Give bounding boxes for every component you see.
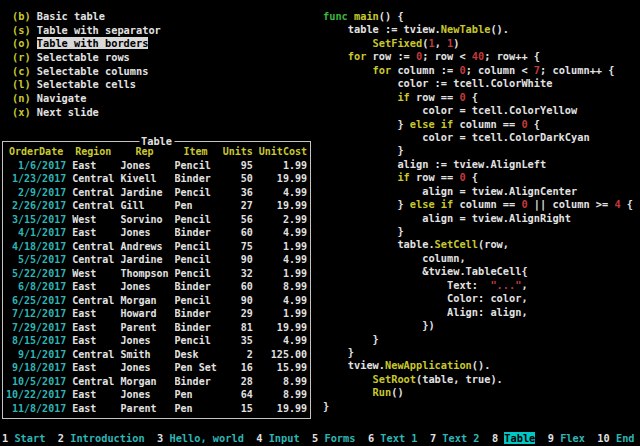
table-cell: Pen Set [175, 361, 217, 375]
statusbar-slide-label: Input [269, 432, 300, 444]
table-cell: Central [72, 240, 114, 254]
menu-item-basic-table[interactable]: (b) Basic table [12, 10, 161, 24]
menu-item-label: Navigate [37, 92, 87, 104]
menu-item-next-slide[interactable]: (x) Next slide [12, 106, 161, 120]
menu-item-key: (c) [12, 65, 31, 77]
table-cell: Pencil [175, 334, 217, 348]
table-cell: East [72, 334, 114, 348]
code-token: { [528, 118, 540, 130]
table-cell: 60 [223, 226, 253, 240]
statusbar-slide-input[interactable]: 4 Input [256, 432, 299, 444]
table-cell: Morgan [120, 294, 168, 308]
table-cell: 4.99 [259, 334, 307, 348]
menu-item-selectable-columns[interactable]: (c) Selectable columns [12, 65, 161, 79]
code-token: color = tcell.ColorYellow [422, 104, 577, 116]
table-cell: Pen [175, 402, 217, 416]
code-token: (row, [478, 238, 509, 250]
table-row: 4/1/2017EastJonesBinder604.99 [3, 226, 310, 240]
code-line: Color: color, [323, 292, 633, 305]
code-line: table.SetCell(row, [323, 238, 633, 251]
code-line: color = tcell.ColorDarkCyan [323, 131, 633, 144]
code-token: align = tview.AlignCenter [422, 185, 577, 197]
code-line: color := tcell.ColorWhite [323, 77, 633, 90]
table-cell: 6/25/2017 [6, 294, 66, 308]
table-row: 5/22/2017WestThompsonPencil321.99 [3, 267, 310, 281]
statusbar-slide-text-1[interactable]: 6 Text 1 [368, 432, 418, 444]
code-token: (table, true). [416, 373, 503, 385]
statusbar-slide-start[interactable]: 1 Start [2, 432, 45, 444]
code-token: () [391, 386, 403, 398]
table-row: 2/9/2017CentralJardinePencil364.99 [3, 186, 310, 200]
menu-item-navigate[interactable]: (n) Navigate [12, 92, 161, 106]
table-row: 10/5/2017CentralMorganBinder288.99 [3, 375, 310, 389]
table-cell: 29 [223, 307, 253, 321]
menu-item-selectable-rows[interactable]: (r) Selectable rows [12, 51, 161, 65]
column-header-item: Item [175, 145, 217, 159]
code-line: SetFixed(1, 1) [323, 37, 633, 50]
statusbar-slide-number: 1 [2, 432, 8, 444]
table-panel: Table OrderDateRegionRepItemUnitsUnitCos… [2, 141, 311, 419]
table-cell: 10/5/2017 [6, 375, 66, 389]
table-cell: 9/18/2017 [6, 361, 66, 375]
table-cell: 56 [223, 213, 253, 227]
table-row: 7/12/2017EastHowardBinder291.99 [3, 307, 310, 321]
statusbar-slide-number: 3 [157, 432, 163, 444]
code-token: , [521, 279, 527, 291]
table-row: 1/6/2017EastJonesPencil951.99 [3, 159, 310, 173]
statusbar-slide-text-2[interactable]: 7 Text 2 [430, 432, 480, 444]
table-cell: 8/15/2017 [6, 334, 66, 348]
table-cell: 4/1/2017 [6, 226, 66, 240]
statusbar-slide-label: End [616, 432, 635, 444]
table-cell: 9/1/2017 [6, 348, 66, 362]
table-cell: 19.99 [259, 402, 307, 416]
code-line: SetRoot(table, true). [323, 373, 633, 386]
table-cell: Central [72, 375, 114, 389]
table-cell: 1.99 [259, 240, 307, 254]
code-token: } [373, 333, 379, 345]
menu-item-table-with-borders[interactable]: (o) Table with borders [12, 37, 161, 51]
code-line: for column := 0; column < 7; column++ { [323, 64, 633, 77]
table-cell: 4.99 [259, 186, 307, 200]
table-cell: 8.99 [259, 388, 307, 402]
table-cell: Jardine [120, 186, 168, 200]
table-cell: 15.99 [259, 361, 307, 375]
code-token: tview. [348, 359, 385, 371]
code-token: row == [410, 171, 460, 183]
table-cell: Jones [120, 334, 168, 348]
table-cell: 19.99 [259, 172, 307, 186]
statusbar-slide-hello-world[interactable]: 3 Hello, world [157, 432, 244, 444]
table-cell: Jardine [120, 253, 168, 267]
table-cell: 90 [223, 294, 253, 308]
column-header-region: Region [72, 145, 114, 159]
table-cell: 15 [223, 402, 253, 416]
table-cell: Desk [175, 348, 217, 362]
statusbar-slide-table[interactable]: 8 Table [492, 432, 535, 444]
statusbar-slide-flex[interactable]: 9 Flex [548, 432, 585, 444]
table-cell: Central [72, 294, 114, 308]
table-cell: Pen [175, 199, 217, 213]
menu-item-label: Next slide [37, 106, 99, 118]
code-token: }) [422, 319, 434, 331]
menu-item-table-with-separator[interactable]: (s) Table with separator [12, 24, 161, 38]
table-row: 1/23/2017CentralKivellBinder5019.99 [3, 172, 310, 186]
menu-item-key: (x) [12, 106, 31, 118]
code-line: Text: "...", [323, 279, 633, 292]
statusbar-slide-label: Flex [560, 432, 585, 444]
table-cell: 75 [223, 240, 253, 254]
statusbar-slide-end[interactable]: 10 End [597, 432, 634, 444]
table-cell: East [72, 280, 114, 294]
code-line: table := tview.NewTable(). [323, 23, 633, 36]
code-line: } else if column == 0 || column >= 4 { [323, 198, 633, 211]
menu-item-label: Basic table [37, 10, 105, 22]
menu-item-selectable-cells[interactable]: (l) Selectable cells [12, 78, 161, 92]
table-cell: Smith [120, 348, 168, 362]
statusbar-slide-introduction[interactable]: 2 Introduction [58, 432, 145, 444]
statusbar-slide-number: 9 [548, 432, 554, 444]
statusbar-slide-forms[interactable]: 5 Forms [312, 432, 355, 444]
code-token: SetFixed [373, 37, 423, 49]
table-cell: Binder [175, 172, 217, 186]
column-header-orderdate: OrderDate [6, 145, 66, 159]
table-cell: Pencil [175, 253, 217, 267]
slide-menu: (b) Basic table(s) Table with separator(… [12, 10, 161, 120]
code-token: else [410, 198, 435, 210]
